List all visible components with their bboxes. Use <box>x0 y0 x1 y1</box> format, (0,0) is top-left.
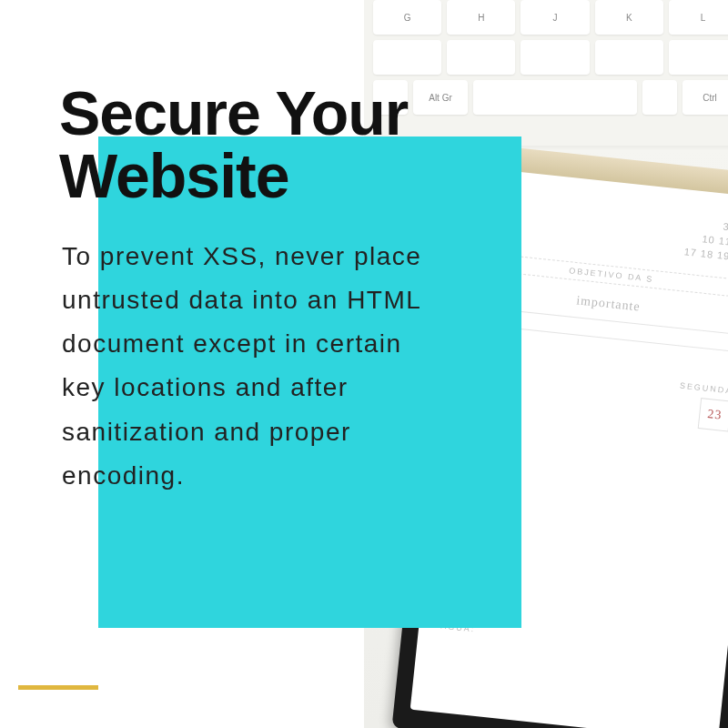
accent-underline <box>18 685 98 690</box>
keyboard-key <box>447 40 515 75</box>
keyboard-key: J <box>521 0 589 35</box>
keyboard-graphic: G H J K L Alt Gr Ctrl <box>364 0 728 146</box>
body-text: To prevent XSS, never place untrusted da… <box>62 235 453 498</box>
keyboard-key-altgr: Alt Gr <box>413 80 468 115</box>
keyboard-key: K <box>595 0 663 35</box>
keyboard-key <box>669 40 728 75</box>
notebook-day-number: 23 <box>698 398 728 431</box>
keyboard-key-ctrl: Ctrl <box>682 80 728 115</box>
keyboard-spacebar <box>473 80 637 115</box>
headline-text: Secure YourWebsite <box>59 82 408 208</box>
keyboard-key <box>521 40 589 75</box>
keyboard-key: H <box>447 0 515 35</box>
keyboard-key <box>373 40 441 75</box>
keyboard-key <box>642 80 677 115</box>
keyboard-key: L <box>669 0 728 35</box>
keyboard-key: G <box>373 0 441 35</box>
keyboard-key <box>595 40 663 75</box>
